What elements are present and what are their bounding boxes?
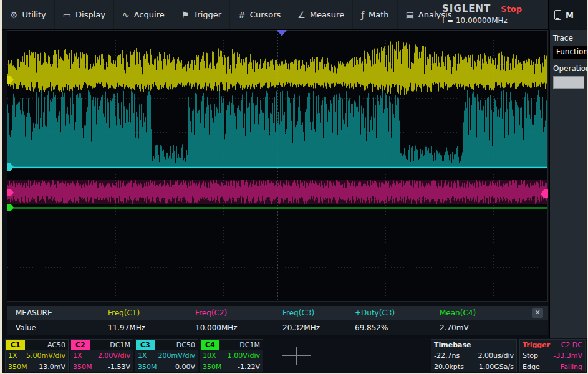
measure-remove-button-3[interactable]: — [333, 309, 341, 318]
c1-offset: 13.0mV [39, 362, 65, 373]
brand-status-block: SIGLENT Stop f = 10.00000MHz [442, 3, 542, 25]
acquire-icon: ∿ [122, 11, 130, 19]
trace-label: Trace [553, 34, 587, 42]
measure-label-1: Freq(C1) [108, 309, 140, 317]
right-sidebar: Trace Function Operation [549, 30, 587, 338]
measure-item-1: Freq(C1) — [100, 306, 188, 320]
c2-bandwidth: 350M [73, 362, 92, 373]
top-menu-bar: ⚙ Utility ▭ Display ∿ Acquire ⚑ Trigger … [2, 0, 587, 30]
c1-tag[interactable]: C1 [6, 340, 25, 350]
trigger-level: -33.3mV [553, 350, 582, 362]
measure-value-row: Value 11.97MHz 10.000MHz 20.32MHz 69.852… [7, 320, 548, 335]
trigger-title: Trigger [523, 341, 550, 349]
channel-tile-c1[interactable]: C1 AC50 1X 5.00mV/div 350M 13.0mV [5, 339, 69, 372]
channel-tile-c2[interactable]: C2 DC1M 1X 2.00V/div 350M -1.53V [70, 339, 133, 372]
c3-tag[interactable]: C3 [136, 340, 155, 350]
side-menu-label: M [566, 11, 574, 20]
c4-bandwidth: 350M [203, 362, 222, 373]
oscilloscope-screen: ⚙ Utility ▭ Display ∿ Acquire ⚑ Trigger … [2, 0, 587, 373]
trigger-tile[interactable]: Trigger C2 DC Stop -33.3mV Edge Falling [519, 339, 586, 372]
c2-offset: -1.53V [108, 362, 130, 373]
display-icon: ▭ [63, 11, 71, 19]
menu-item-measure[interactable]: ∠ Measure [289, 0, 353, 29]
menu-item-acquire[interactable]: ∿ Acquire [114, 0, 173, 29]
function-button[interactable]: Function [553, 46, 587, 59]
c2-coupling: DC1M [110, 341, 133, 349]
gear-icon: ⚙ [10, 11, 18, 19]
c2-scale: 2.00V/div [98, 350, 130, 362]
menu-label-cursors: Cursors [250, 10, 281, 19]
c4-tag[interactable]: C4 [201, 340, 219, 350]
measure-panel: MEASURE Freq(C1) — Freq(C2) — Freq(C3) —… [7, 306, 548, 335]
measure-remove-button-1[interactable]: — [173, 309, 181, 318]
c2-tag[interactable]: C2 [71, 340, 90, 350]
trigger-state: Stop [523, 350, 538, 362]
c1-bandwidth: 350M [8, 362, 27, 373]
menu-item-trigger[interactable]: ⚑ Trigger [173, 0, 230, 29]
timebase-memory: 20.0kpts [434, 362, 464, 373]
c3-bandwidth: 350M [138, 362, 157, 373]
menu-item-cursors[interactable]: # Cursors [230, 0, 289, 29]
measure-value-2: 10.000MHz [188, 324, 275, 332]
crosshair-icon [282, 347, 311, 365]
measure-item-3: Freq(C3) — [275, 306, 347, 320]
menu-item-utility[interactable]: ⚙ Utility [2, 0, 55, 29]
measure-value-4: 69.852% [347, 324, 432, 332]
c3-coupling: DC50 [176, 341, 198, 349]
c3-attenuation: 1X [138, 350, 147, 362]
measure-remove-button-5[interactable]: — [505, 309, 513, 318]
math-icon: ƒ [361, 11, 364, 19]
measure-item-2: Freq(C2) — [188, 306, 275, 320]
timebase-delay: -22.7ns [434, 350, 460, 362]
waveform-canvas[interactable] [7, 31, 547, 301]
menu-label-measure: Measure [310, 10, 344, 19]
c4-attenuation: 10X [203, 350, 216, 362]
tablet-icon [554, 10, 561, 20]
measure-label-3: Freq(C3) [282, 309, 314, 317]
c3-offset: 0.00V [175, 362, 195, 373]
c4-offset: -1.22V [238, 362, 260, 373]
measure-remove-button-4[interactable]: — [418, 309, 426, 318]
channel-tile-c3[interactable]: C3 DC50 1X 200mV/div 350M 0.00V [135, 339, 198, 372]
measure-remove-button-2[interactable]: — [261, 309, 269, 318]
measure-value-3: 20.32MHz [275, 324, 347, 332]
trigger-slope: Falling [561, 362, 582, 373]
trigger-type: Edge [523, 362, 540, 373]
measure-value-row-label: Value [7, 324, 100, 332]
cursors-icon: # [238, 11, 246, 19]
c3-scale: 200mV/div [158, 350, 196, 362]
measure-icon: ∠ [297, 11, 306, 19]
channel-tile-c4[interactable]: C4 DC1M 10X 1.00V/div 350M -1.22V [200, 339, 263, 372]
measure-item-4: +Duty(C3) — [347, 306, 432, 320]
side-menu-button[interactable]: M [548, 0, 587, 30]
run-state-indicator[interactable]: Stop [501, 4, 522, 14]
menu-item-math[interactable]: ƒ Math [353, 0, 397, 29]
menu-item-display[interactable]: ▭ Display [55, 0, 114, 29]
frequency-counter-readout: f = 10.00000MHz [442, 16, 542, 25]
waveform-display [7, 30, 548, 302]
menu-label-math: Math [369, 10, 389, 19]
measure-title: MEASURE [7, 309, 100, 317]
c1-scale: 5.00mV/div [26, 350, 65, 362]
c1-coupling: AC50 [47, 341, 68, 349]
timebase-scale: 2.00us/div [478, 350, 514, 362]
trigger-source: C2 DC [561, 341, 582, 349]
timebase-tile[interactable]: Timebase -22.7ns 2.00us/div 20.0kpts 1.0… [431, 339, 517, 372]
menu-label-trigger: Trigger [193, 10, 221, 19]
window-frame: ⚙ Utility ▭ Display ∿ Acquire ⚑ Trigger … [0, 0, 588, 374]
c4-scale: 1.00V/div [228, 350, 260, 362]
measure-item-5: Mean(C4) — [432, 306, 519, 320]
measure-close-button[interactable]: ✕ [532, 308, 543, 318]
operation-dropdown[interactable] [553, 76, 584, 89]
measure-value-1: 11.97MHz [100, 324, 188, 332]
measure-header-row: MEASURE Freq(C1) — Freq(C2) — Freq(C3) —… [7, 306, 548, 320]
timebase-title: Timebase [434, 341, 471, 349]
measure-value-5: 2.70mV [432, 324, 519, 332]
trigger-flag-icon: ⚑ [181, 11, 190, 19]
measure-label-5: Mean(C4) [440, 309, 476, 317]
c1-attenuation: 1X [8, 350, 17, 362]
bottom-status-bar: C1 AC50 1X 5.00mV/div 350M 13.0mV C2 DC1… [2, 338, 587, 373]
timebase-sample-rate: 1.00GSa/s [479, 362, 514, 373]
operation-label: Operation [553, 64, 587, 73]
c2-attenuation: 1X [73, 350, 82, 362]
